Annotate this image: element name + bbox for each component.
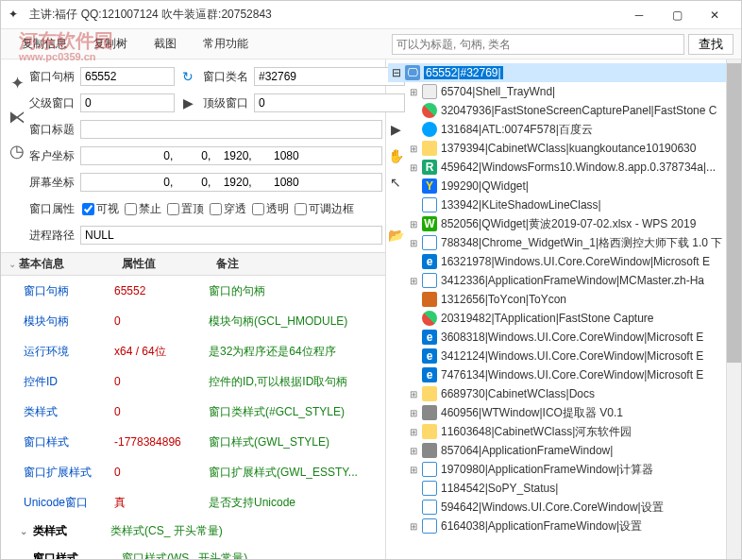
clock-icon[interactable]: ◷ <box>7 141 27 161</box>
screen-input[interactable] <box>80 173 382 192</box>
expand-icon[interactable]: ⊞ <box>409 238 418 248</box>
chevron-down-icon[interactable]: ⌄ <box>20 553 27 559</box>
tree-item[interactable]: e16321978|Windows.UI.Core.CoreWindow|Mic… <box>388 252 739 271</box>
handle-input[interactable] <box>80 67 175 86</box>
tree-item[interactable]: ⊞6164038|ApplicationFrameWindow|设置 <box>388 517 739 535</box>
expand-icon[interactable]: ⊞ <box>409 219 418 229</box>
col-remark: 备注 <box>216 257 239 270</box>
menu-common[interactable]: 常用功能 <box>190 32 261 56</box>
table-row[interactable]: Unicode窗口真是否支持Unicode <box>1 487 385 518</box>
tree-item[interactable]: 131684|ATL:0074F578|百度云 <box>388 120 739 139</box>
chk-topmost[interactable]: 置顶 <box>167 201 204 217</box>
expand-icon[interactable]: ⊞ <box>409 446 418 456</box>
class-input[interactable] <box>254 67 405 86</box>
close-button[interactable]: ✕ <box>696 2 734 28</box>
row-remark: 控件的ID,可以根据ID取句柄 <box>209 374 385 390</box>
tree-item[interactable]: ⊞6689730|CabinetWClass|Docs <box>388 384 739 403</box>
row-value: 65552 <box>114 284 209 297</box>
info-table: ⌄ 基本信息 属性值 备注 窗口句柄65552窗口的句柄模块句柄0模块句柄(GC… <box>1 252 385 559</box>
tree-item-label: 131684|ATL:0074F578|百度云 <box>441 122 593 138</box>
target-icon[interactable]: ✦ <box>7 73 27 93</box>
row-name: 窗口样式 <box>1 434 114 450</box>
tree-item[interactable]: e7476134|Windows.UI.Core.CoreWindow|Micr… <box>388 365 739 384</box>
refresh-icon[interactable]: ↻ <box>178 67 197 86</box>
tree-item-label: 594642|Windows.UI.Core.CoreWindow|设置 <box>441 500 664 516</box>
row-remark: 是否支持Unicode <box>209 495 385 511</box>
menu-copy-tree[interactable]: 复制树 <box>80 32 141 56</box>
expand-icon[interactable]: ⊞ <box>409 144 418 154</box>
tree-item[interactable]: ⊞1970980|ApplicationFrameWindow|计算器 <box>388 460 739 479</box>
expand-icon[interactable]: ⊞ <box>409 427 418 437</box>
table-row[interactable]: 类样式0窗口类样式(#GCL_STYLE) <box>1 397 385 427</box>
table-row[interactable]: 窗口扩展样式0窗口扩展样式(GWL_ESSTY... <box>1 457 385 487</box>
table-row[interactable]: 窗口句柄65552窗口的句柄 <box>1 276 385 306</box>
window-tree[interactable]: ⊟ 🖵 65552|#32769| ⊞65704|Shell_TrayWnd|3… <box>386 59 741 559</box>
row-value: -1778384896 <box>114 435 209 449</box>
tree-node-icon <box>422 197 437 212</box>
chk-resizable[interactable]: 可调边框 <box>295 201 354 217</box>
tree-item[interactable]: ⊞11603648|CabinetWClass|河东软件园 <box>388 422 739 441</box>
tree-item[interactable]: ⊞65704|Shell_TrayWnd| <box>388 82 739 101</box>
tree-item[interactable]: ⊞W852056|QWidget|黄波2019-07-02.xlsx - WPS… <box>388 214 739 233</box>
tree-item-label: 857064|ApplicationFrameWindow| <box>441 444 613 457</box>
expand-icon[interactable]: ⊞ <box>409 162 418 173</box>
chk-visible[interactable]: 可视 <box>82 201 119 217</box>
tree-item[interactable]: ⊞R459642|WindowsForms10.Window.8.app.0.3… <box>388 158 739 177</box>
expand-icon[interactable]: ⊞ <box>409 389 418 399</box>
maximize-button[interactable]: ▢ <box>658 2 696 28</box>
tree-node-icon: R <box>422 160 437 175</box>
top-input[interactable] <box>254 93 405 112</box>
chevron-down-icon[interactable]: ⌄ <box>8 259 16 269</box>
leaf-icon[interactable]: ⧔ <box>7 107 27 127</box>
tree-root[interactable]: ⊟ 🖵 65552|#32769| <box>388 63 739 82</box>
scrollbar-thumb[interactable] <box>727 63 741 363</box>
tree-item[interactable]: 1184542|SoPY_Status| <box>388 479 739 498</box>
chevron-down-icon[interactable]: ⌄ <box>20 526 27 536</box>
tree-item[interactable]: ⊞3412336|ApplicationFrameWindow|MCMaster… <box>388 271 739 290</box>
play-icon[interactable]: ▶ <box>178 93 197 112</box>
title-input[interactable] <box>80 120 382 139</box>
search-button[interactable]: 查找 <box>688 34 734 55</box>
tree-item[interactable]: 1312656|ToYcon|ToYcon <box>388 290 739 309</box>
tree-item[interactable]: e3412124|Windows.UI.Core.CoreWindow|Micr… <box>388 347 739 365</box>
table-row[interactable]: 窗口样式-1778384896窗口样式(GWL_STYLE) <box>1 427 385 457</box>
scrollbar[interactable] <box>726 59 741 559</box>
expand-icon[interactable]: ⊞ <box>409 465 418 475</box>
tree-item-label: 788348|Chrome_WidgetWin_1|格西测控大师下载 1.0 下 <box>441 235 722 251</box>
table-row[interactable]: 控件ID0控件的ID,可以根据ID取句柄 <box>1 366 385 397</box>
client-input[interactable] <box>80 146 382 165</box>
tree-item[interactable]: 133942|KLiteShadowLineClass| <box>388 195 739 214</box>
path-input[interactable] <box>80 226 382 245</box>
search-input[interactable] <box>392 34 684 55</box>
tree-item-label: 32047936|FastStoneScreenCapturePanel|Fas… <box>441 104 717 117</box>
parent-input[interactable] <box>80 93 175 112</box>
expand-icon[interactable]: ⊞ <box>409 521 418 532</box>
collapse-icon[interactable]: ⊟ <box>392 66 401 79</box>
expand-icon[interactable]: ⊞ <box>409 408 418 418</box>
tree-item[interactable]: ⊞1379394|CabinetWClass|kuangkoutance1019… <box>388 139 739 158</box>
expand-icon[interactable]: ⊞ <box>409 276 418 286</box>
tree-node-icon <box>422 443 437 458</box>
tree-item[interactable]: e3608318|Windows.UI.Core.CoreWindow|Micr… <box>388 328 739 347</box>
parent-label: 父级窗口 <box>27 95 76 111</box>
expand-icon[interactable]: ⊞ <box>409 87 418 97</box>
table-row[interactable]: 运行环境x64 / 64位是32为程序还是64位程序 <box>1 336 385 366</box>
menu-copy-info[interactable]: 复制信息 <box>8 32 80 56</box>
chk-transparent[interactable]: 透明 <box>252 201 289 217</box>
chk-through[interactable]: 穿透 <box>210 201 246 217</box>
tree-item[interactable]: ⊞857064|ApplicationFrameWindow| <box>388 441 739 460</box>
row-remark: 是32为程序还是64位程序 <box>209 344 385 360</box>
row-name: 窗口扩展样式 <box>1 465 114 481</box>
tree-item[interactable]: 594642|Windows.UI.Core.CoreWindow|设置 <box>388 498 739 517</box>
chk-disabled[interactable]: 禁止 <box>125 201 161 217</box>
menu-screenshot[interactable]: 截图 <box>141 32 190 56</box>
tree-item[interactable]: Y199290|QWidget| <box>388 177 739 195</box>
tree-item[interactable]: ⊞460956|WTWindow|ICO提取器 V0.1 <box>388 403 739 422</box>
tree-item[interactable]: 20319482|TApplication|FastStone Capture <box>388 309 739 328</box>
tree-item[interactable]: ⊞788348|Chrome_WidgetWin_1|格西测控大师下载 1.0 … <box>388 233 739 252</box>
tree-node-icon <box>422 405 437 420</box>
tree-item[interactable]: 32047936|FastStoneScreenCapturePanel|Fas… <box>388 101 739 120</box>
attr-label: 窗口属性 <box>27 201 76 217</box>
table-row[interactable]: 模块句柄0模块句柄(GCL_HMODULE) <box>1 306 385 336</box>
minimize-button[interactable]: ─ <box>620 2 658 28</box>
